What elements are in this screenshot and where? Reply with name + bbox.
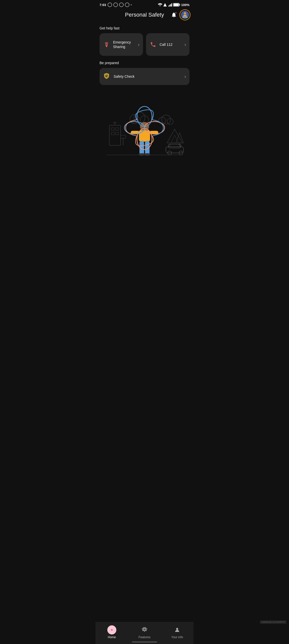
camera-icons	[108, 3, 132, 7]
svg-point-9	[106, 44, 107, 45]
time: 7:03	[100, 3, 106, 7]
battery-percent: 100%	[181, 3, 189, 7]
svg-rect-41	[139, 130, 150, 142]
svg-point-31	[162, 115, 171, 124]
notifications-button[interactable]	[170, 11, 177, 18]
cell-signal-icon	[168, 3, 172, 7]
svg-rect-2	[179, 4, 180, 6]
signal-icon	[163, 3, 167, 7]
avatar[interactable]	[180, 10, 189, 19]
battery-icon	[173, 3, 180, 7]
illustration	[100, 90, 189, 166]
phone-icon	[150, 41, 157, 48]
emergency-sharing-card[interactable]: Emergency Sharing ›	[100, 33, 143, 56]
quick-action-cards: Emergency Sharing › Call 112 ›	[100, 33, 189, 56]
emergency-sharing-chevron: ›	[138, 42, 139, 47]
svg-rect-7	[185, 16, 186, 18]
safety-check-left: Safety Check	[103, 72, 134, 80]
scene-illustration	[102, 93, 187, 163]
svg-point-46	[139, 153, 145, 156]
call-112-card[interactable]: Call 112 ›	[146, 33, 189, 56]
svg-rect-14	[109, 125, 121, 145]
safety-check-label: Safety Check	[114, 74, 134, 79]
emergency-sharing-icon	[103, 41, 110, 48]
svg-marker-0	[163, 3, 167, 6]
call-112-label: Call 112	[160, 42, 172, 47]
emergency-sharing-left: Emergency Sharing	[103, 40, 138, 49]
svg-rect-17	[111, 132, 114, 135]
get-help-section-title: Get help fast	[100, 26, 189, 30]
svg-point-4	[184, 12, 186, 15]
svg-rect-6	[183, 16, 185, 18]
svg-rect-3	[173, 4, 179, 6]
emergency-sharing-label: Emergency Sharing	[113, 40, 138, 49]
cam1-icon	[108, 3, 112, 7]
be-prepared-section-title: Be prepared	[100, 61, 189, 65]
cam3-icon	[119, 3, 124, 7]
svg-point-47	[144, 153, 150, 156]
call-112-left: Call 112	[150, 41, 172, 48]
safety-check-chevron: ›	[184, 74, 186, 79]
svg-rect-16	[116, 128, 119, 130]
svg-rect-15	[111, 128, 114, 130]
cam4-icon	[125, 3, 129, 7]
safety-check-icon	[103, 72, 110, 80]
svg-rect-18	[116, 132, 119, 135]
status-bar: 7:03 100	[95, 0, 194, 9]
wifi-icon	[158, 3, 162, 7]
header: Personal Safety	[95, 9, 194, 22]
avatar-image	[181, 11, 189, 19]
header-icons	[170, 10, 189, 19]
status-left: 7:03	[100, 3, 132, 7]
main-content: Get help fast Emergency Shari	[95, 22, 194, 168]
status-right: 100%	[158, 3, 189, 7]
svg-marker-23	[167, 129, 182, 143]
cam2-icon	[113, 3, 118, 7]
notification-dot	[131, 4, 132, 5]
call-112-chevron: ›	[184, 42, 186, 47]
safety-check-card[interactable]: Safety Check ›	[100, 68, 189, 85]
notification-badge	[175, 12, 177, 14]
